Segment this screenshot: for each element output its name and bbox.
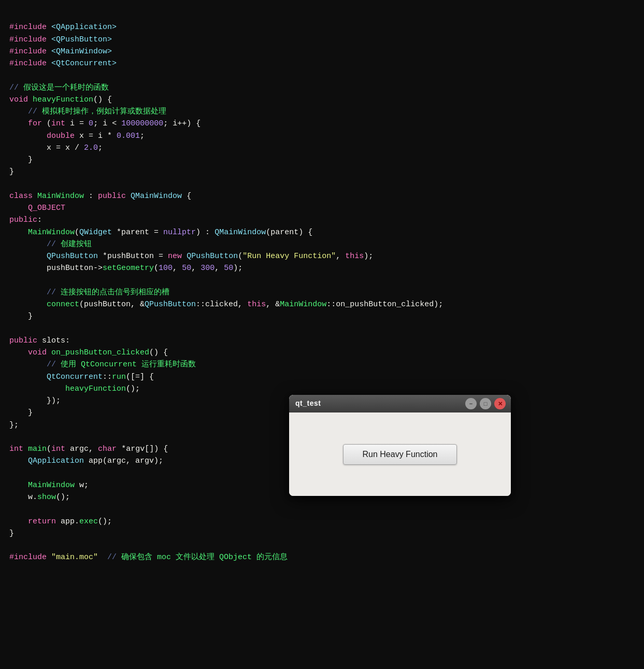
qt-minimize-button[interactable]: − [465,398,477,409]
qt-window-content: Run Heavy Function [289,412,511,496]
run-heavy-function-button[interactable]: Run Heavy Function [343,444,457,465]
code-editor: #include <QApplication> #include <QPushB… [0,0,644,605]
qt-maximize-button[interactable]: □ [480,398,491,409]
qt-window-buttons: − □ ✕ [465,398,506,409]
qt-titlebar: qt_test − □ ✕ [289,395,511,412]
qt-close-button[interactable]: ✕ [494,398,506,409]
qt-window-title: qt_test [295,398,321,409]
qt-app-window: qt_test − □ ✕ Run Heavy Function [289,395,511,496]
